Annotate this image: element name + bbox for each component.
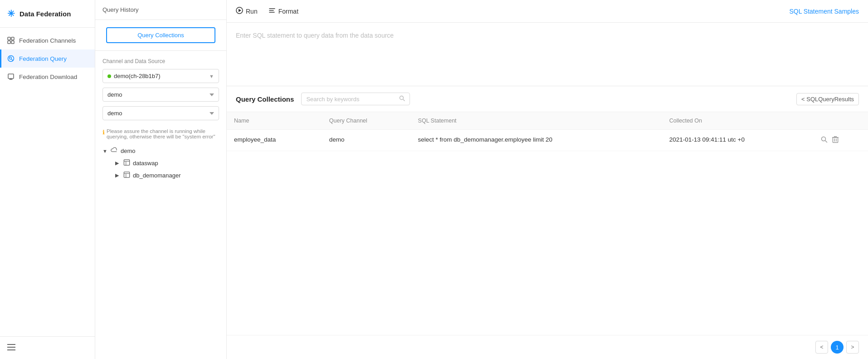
pagination: < 1 > [227, 335, 868, 359]
prev-page-button[interactable]: < [815, 341, 828, 354]
cell-name: employee_data [227, 130, 322, 151]
qc-search-box[interactable] [301, 93, 410, 105]
channel-dropdown[interactable]: demo(ch-28b1b7) ▼ [102, 69, 219, 83]
svg-point-5 [10, 57, 12, 59]
sql-results-label: < SQLQueryResults [801, 96, 854, 103]
download-icon [7, 73, 15, 80]
cell-collected-on: 2021-01-13 09:41:11 utc +0 [662, 130, 814, 151]
data-source-dropdown-1[interactable]: demo [102, 88, 219, 102]
cloud-icon [111, 147, 118, 155]
search-icon [399, 95, 405, 103]
search-action-icon[interactable] [821, 136, 828, 144]
middle-panel: Query History Query Collections Channel … [95, 0, 227, 359]
tree-child-label: db_demomanager [133, 172, 181, 179]
warning-icon: ℹ [102, 129, 105, 136]
channel-section-label: Channel and Data Source [102, 58, 219, 64]
svg-rect-2 [8, 41, 10, 44]
datasource-tree: ▼ demo ▶ [102, 145, 219, 182]
grid-icon [7, 37, 15, 44]
tree-child-dataswap[interactable]: ▶ dataswap [115, 157, 219, 169]
sql-placeholder: Enter SQL statement to query data from t… [236, 30, 859, 41]
chevron-down-icon: ▼ [209, 74, 214, 79]
col-actions [814, 112, 868, 130]
svg-rect-28 [833, 138, 838, 143]
run-label: Run [246, 8, 258, 15]
tree-expand-arrow: ▼ [102, 148, 109, 154]
row-actions [821, 136, 861, 144]
tree-child-label: dataswap [133, 160, 158, 167]
svg-point-24 [400, 96, 404, 100]
sidebar-item-federation-query[interactable]: Federation Query [0, 49, 95, 68]
sidebar-item-federation-download[interactable]: Federation Download [0, 68, 95, 86]
svg-rect-3 [11, 41, 14, 44]
svg-marker-20 [239, 9, 241, 12]
sidebar-item-label: Federation Download [19, 74, 77, 80]
play-icon [236, 7, 243, 15]
tab-query-history[interactable]: Query History [95, 0, 146, 20]
tree-root-demo[interactable]: ▼ demo [102, 145, 219, 157]
cell-actions [814, 130, 868, 151]
tree-children: ▶ dataswap ▶ [115, 157, 219, 182]
table-header-row: Name Query Channel SQL Statement Collect… [227, 112, 868, 130]
svg-rect-13 [124, 160, 129, 165]
channel-section: Channel and Data Source demo(ch-28b1b7) … [95, 51, 226, 359]
sidebar: ✳ Data Federation Federation Channels [0, 0, 95, 359]
middle-tabs-row: Query History [95, 0, 226, 20]
data-source-dropdown-2[interactable]: demo [102, 106, 219, 120]
format-label: Format [278, 8, 298, 15]
svg-point-26 [822, 137, 826, 141]
sidebar-nav: Federation Channels Federation Query F [0, 28, 95, 336]
app-header: ✳ Data Federation [0, 0, 95, 28]
col-query-channel: Query Channel [322, 112, 411, 130]
qc-title: Query Collections [236, 95, 294, 103]
tab-query-collections[interactable]: Query Collections [106, 27, 215, 43]
cell-query-channel: demo [322, 130, 411, 151]
svg-rect-7 [8, 74, 14, 79]
tree-child-db-demomanager[interactable]: ▶ db_demomanager [115, 169, 219, 182]
sidebar-item-label: Federation Channels [19, 37, 76, 44]
table-icon [123, 159, 130, 167]
query-collections-panel: Query Collections < SQLQueryResults [227, 86, 868, 359]
current-page: 1 [831, 341, 844, 354]
col-name: Name [227, 112, 322, 130]
sql-samples-link[interactable]: SQL Statement Samples [789, 8, 859, 15]
sql-editor[interactable]: Enter SQL statement to query data from t… [227, 23, 868, 86]
svg-rect-1 [11, 37, 14, 40]
qc-table: Name Query Channel SQL Statement Collect… [227, 112, 868, 335]
cell-sql-statement: select * from db_demomanager.employee li… [411, 130, 662, 151]
col-collected-on: Collected On [662, 112, 814, 130]
next-page-button[interactable]: > [846, 341, 859, 354]
delete-action-icon[interactable] [832, 136, 839, 144]
run-button[interactable]: Run [236, 4, 258, 18]
svg-rect-16 [124, 172, 129, 177]
table-row: employee_data demo select * from db_demo… [227, 130, 868, 151]
svg-line-6 [12, 59, 13, 61]
tree-root-label: demo [121, 148, 136, 154]
svg-point-4 [8, 56, 14, 62]
svg-rect-0 [8, 37, 10, 40]
sidebar-item-label: Federation Query [19, 55, 67, 62]
search-circle-icon [7, 55, 15, 62]
format-button[interactable]: Format [268, 4, 298, 18]
svg-line-27 [825, 141, 827, 143]
format-icon [268, 7, 276, 15]
channel-status-dot [107, 74, 111, 78]
app-logo-icon: ✳ [7, 8, 15, 19]
svg-line-25 [403, 99, 405, 101]
qc-search-input[interactable] [306, 96, 396, 103]
sidebar-item-federation-channels[interactable]: Federation Channels [0, 31, 95, 49]
toolbar: Run Format SQL Statement Samples [227, 0, 868, 23]
tree-child-arrow: ▶ [115, 172, 122, 178]
sidebar-footer [0, 336, 95, 359]
col-sql-statement: SQL Statement [411, 112, 662, 130]
menu-icon[interactable] [7, 344, 15, 352]
main-content: Run Format SQL Statement Samples Enter S… [227, 0, 868, 359]
app-title: Data Federation [20, 10, 71, 18]
channel-dropdown-value: demo(ch-28b1b7) [114, 73, 209, 79]
channel-warning: ℹ Please assure the channel is running w… [102, 128, 219, 139]
qc-header: Query Collections < SQLQueryResults [227, 86, 868, 112]
table-icon [123, 172, 130, 179]
sql-query-results-button[interactable]: < SQLQueryResults [796, 93, 859, 105]
tree-child-arrow: ▶ [115, 160, 122, 166]
collections-table: Name Query Channel SQL Statement Collect… [227, 112, 868, 151]
